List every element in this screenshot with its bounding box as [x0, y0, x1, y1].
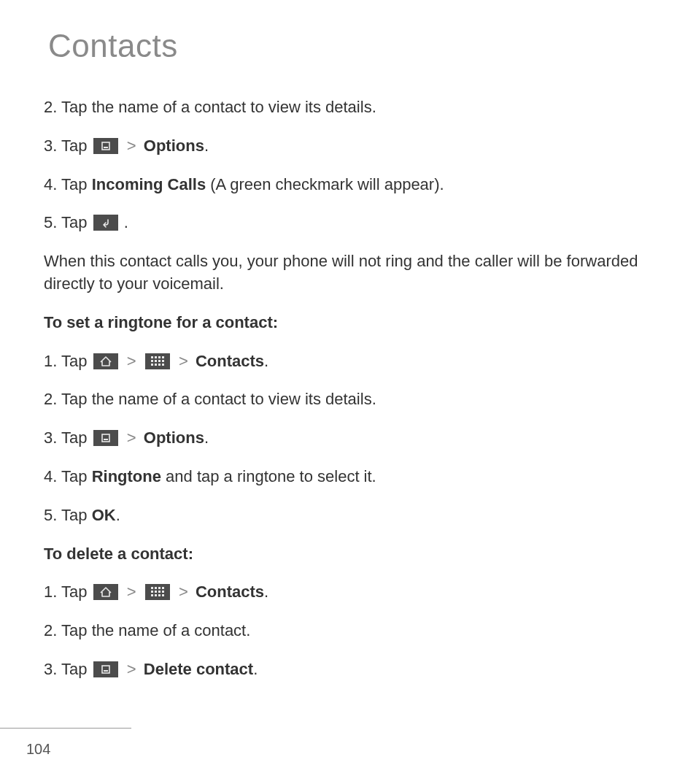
apps-grid-icon — [145, 353, 170, 369]
text: 3. Tap — [44, 428, 92, 447]
menu-icon — [93, 138, 118, 154]
svg-rect-14 — [102, 434, 109, 442]
separator: > — [124, 583, 139, 601]
bold-text: Delete contact — [144, 660, 253, 678]
text: 3. Tap — [44, 660, 92, 678]
step-a3: 3. Tap > Options. — [44, 135, 645, 158]
text: . — [116, 506, 120, 524]
step-b2: 2. Tap the name of a contact to view its… — [44, 388, 645, 411]
svg-rect-0 — [102, 142, 109, 150]
svg-rect-10 — [151, 364, 153, 366]
step-c2: 2. Tap the name of a contact. — [44, 620, 645, 642]
text: 1. Tap — [44, 352, 92, 370]
step-c3: 3. Tap > Delete contact. — [44, 658, 645, 681]
bold-text: Contacts — [196, 352, 264, 370]
text: . — [253, 660, 258, 678]
page-number: 104 — [26, 741, 50, 758]
separator: > — [124, 352, 139, 370]
subheading: To delete a contact: — [44, 543, 645, 566]
svg-rect-6 — [151, 360, 153, 362]
text: 2. Tap the name of a contact to view its… — [44, 390, 376, 408]
svg-rect-1 — [104, 147, 108, 148]
svg-rect-29 — [104, 670, 108, 672]
text: 2. Tap the name of a contact. — [44, 621, 250, 639]
svg-rect-11 — [155, 364, 157, 366]
svg-rect-18 — [158, 587, 161, 589]
svg-rect-5 — [162, 356, 164, 358]
step-a5: 5. Tap . — [44, 212, 645, 234]
separator: > — [176, 352, 191, 370]
svg-rect-24 — [151, 594, 153, 596]
manual-page: Contacts 2. Tap the name of a contact to… — [0, 0, 696, 784]
svg-rect-21 — [155, 591, 157, 593]
text: . — [264, 583, 268, 601]
text: A green checkmark will appear — [216, 175, 435, 193]
bold-text: Incoming Calls — [92, 175, 206, 193]
svg-rect-2 — [151, 356, 153, 358]
bold-text: Contacts — [196, 583, 264, 601]
text: 1. Tap — [44, 583, 92, 601]
text: 4. Tap — [44, 467, 92, 485]
svg-rect-8 — [158, 360, 161, 362]
text: 2. Tap the name of a contact to view its… — [44, 98, 376, 116]
step-b4: 4. Tap Ringtone and tap a ringtone to se… — [44, 466, 645, 488]
svg-rect-28 — [102, 666, 109, 673]
bold-text: Ringtone — [92, 467, 161, 485]
step-a2: 2. Tap the name of a contact to view its… — [44, 96, 645, 119]
svg-rect-4 — [158, 356, 161, 358]
page-title: Contacts — [48, 28, 645, 64]
svg-rect-26 — [158, 594, 161, 596]
footer-rule — [0, 728, 131, 729]
back-icon — [93, 215, 118, 231]
svg-rect-7 — [155, 360, 157, 362]
step-b5: 5. Tap OK. — [44, 504, 645, 527]
text: 5. Tap — [44, 213, 92, 231]
svg-rect-17 — [155, 587, 157, 589]
text: ). — [434, 175, 444, 193]
text: 3. Tap — [44, 137, 92, 155]
svg-rect-25 — [155, 594, 157, 596]
text: . — [124, 213, 128, 231]
bold-text: OK — [92, 506, 116, 524]
text: and tap a ringtone to select it. — [161, 467, 376, 485]
text: ( — [206, 175, 215, 193]
text: 5. Tap — [44, 506, 92, 524]
separator: > — [176, 583, 191, 601]
menu-icon — [93, 430, 118, 446]
home-icon — [93, 353, 118, 369]
bold-text: Options — [144, 428, 204, 447]
svg-rect-23 — [162, 591, 164, 593]
svg-rect-9 — [162, 360, 164, 362]
bold-text: Options — [144, 137, 204, 155]
menu-icon — [93, 661, 118, 677]
svg-rect-3 — [155, 356, 157, 358]
step-b3: 3. Tap > Options. — [44, 427, 645, 450]
apps-grid-icon — [145, 584, 170, 600]
subheading: To set a ringtone for a contact: — [44, 312, 645, 334]
svg-rect-16 — [151, 587, 153, 589]
text: 4. Tap — [44, 175, 92, 193]
body-text: 2. Tap the name of a contact to view its… — [44, 96, 645, 681]
svg-rect-20 — [151, 591, 153, 593]
text: . — [264, 352, 268, 370]
separator: > — [124, 428, 139, 447]
home-icon — [93, 584, 118, 600]
svg-rect-22 — [158, 591, 161, 593]
step-a4: 4. Tap Incoming Calls (A green checkmark… — [44, 174, 645, 196]
svg-rect-13 — [162, 364, 164, 366]
step-c1: 1. Tap > > Contacts. — [44, 581, 645, 604]
svg-rect-12 — [158, 364, 161, 366]
text: . — [204, 137, 209, 155]
svg-rect-15 — [104, 439, 108, 440]
svg-rect-27 — [162, 594, 164, 596]
step-b1: 1. Tap > > Contacts. — [44, 350, 645, 373]
separator: > — [124, 137, 139, 155]
note-text: When this contact calls you, your phone … — [44, 250, 645, 296]
svg-rect-19 — [162, 587, 164, 589]
separator: > — [124, 660, 139, 678]
text: . — [204, 428, 209, 447]
